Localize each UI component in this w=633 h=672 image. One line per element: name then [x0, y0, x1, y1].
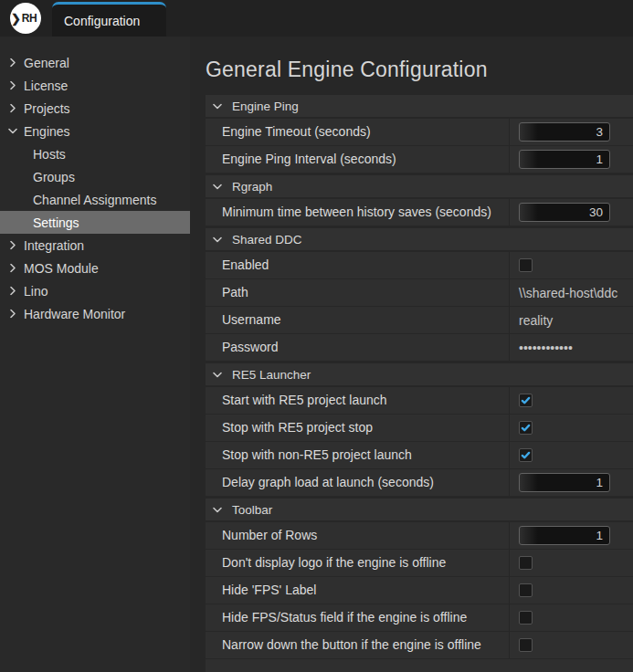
- chevron-down-icon[interactable]: [7, 128, 18, 134]
- config-row: Minimum time between history saves (seco…: [206, 199, 633, 226]
- sidebar-item-hosts[interactable]: Hosts: [0, 142, 190, 165]
- don-t-display-logo-if-the-engine-is-offline-checkbox[interactable]: [519, 556, 533, 570]
- checkmark-icon: [521, 423, 531, 433]
- setting-control-cell: 1: [510, 469, 633, 496]
- config-row: Narrow down the button if the engine is …: [206, 632, 633, 658]
- sidebar-item-integration[interactable]: Integration: [0, 234, 190, 257]
- path-field[interactable]: \\shared-host\ddc: [519, 286, 617, 300]
- input-value: 1: [596, 152, 603, 166]
- sidebar-item-lino[interactable]: Lino: [0, 279, 190, 302]
- chevron-right-icon[interactable]: [7, 59, 18, 66]
- enabled-checkbox[interactable]: [519, 258, 533, 272]
- sidebar-item-label: Integration: [24, 238, 84, 253]
- reality-hub-logo[interactable]: ❯ RH: [10, 3, 41, 34]
- section-header-engine-ping[interactable]: Engine Ping: [206, 95, 633, 117]
- sidebar: GeneralLicenseProjectsEnginesHostsGroups…: [0, 37, 190, 672]
- setting-label: Minimum time between history saves (seco…: [206, 199, 509, 226]
- sidebar-item-general[interactable]: General: [0, 51, 190, 74]
- config-row: Engine Timeout (seconds)3: [206, 119, 633, 145]
- sidebar-item-mos-module[interactable]: MOS Module: [0, 257, 190, 279]
- chevron-right-icon[interactable]: [7, 82, 18, 89]
- config-row: Engine Ping Interval (seconds)1: [206, 146, 633, 173]
- config-row: Start with RE5 project launch: [206, 387, 633, 414]
- chevron-down-icon[interactable]: [213, 103, 226, 110]
- sidebar-item-label: Engines: [24, 124, 70, 139]
- engine-ping-interval-seconds-input[interactable]: 1: [519, 150, 610, 169]
- section-label: Engine Ping: [232, 100, 299, 113]
- chevron-right-icon[interactable]: [7, 265, 18, 271]
- number-of-rows-input[interactable]: 1: [519, 526, 610, 545]
- checkmark-icon: [521, 450, 531, 460]
- sidebar-item-label: Hardware Monitor: [24, 307, 125, 321]
- config-row: Stop with non-RE5 project launch: [206, 442, 633, 468]
- setting-control-cell: \\shared-host\ddc: [510, 279, 633, 306]
- setting-control-cell: [510, 387, 633, 414]
- narrow-down-the-button-if-the-engine-is-offline-checkbox[interactable]: [519, 638, 533, 652]
- chevron-down-icon[interactable]: [213, 184, 226, 190]
- sidebar-item-projects[interactable]: Projects: [0, 97, 190, 120]
- config-row: Path\\shared-host\ddc: [206, 279, 633, 306]
- tab-label: Configuration: [64, 14, 140, 28]
- delay-graph-load-at-launch-seconds-input[interactable]: 1: [519, 473, 610, 492]
- section-header-rgraph[interactable]: Rgraph: [206, 175, 633, 197]
- sidebar-item-settings[interactable]: Settings: [0, 211, 190, 234]
- sidebar-item-label: Settings: [33, 215, 79, 230]
- sidebar-item-label: Lino: [24, 284, 47, 299]
- chevron-down-icon[interactable]: [213, 236, 226, 243]
- sidebar-item-hardware-monitor[interactable]: Hardware Monitor: [0, 302, 190, 325]
- chevron-right-icon[interactable]: [7, 310, 18, 317]
- chevron-right-icon[interactable]: [7, 242, 18, 248]
- start-with-re5-project-launch-checkbox[interactable]: [519, 394, 533, 407]
- sidebar-item-label: Projects: [24, 101, 70, 116]
- sidebar-item-groups[interactable]: Groups: [0, 165, 190, 188]
- config-row: Usernamereality: [206, 307, 633, 333]
- setting-control-cell: ••••••••••••: [510, 334, 633, 361]
- section-header-shared-ddc[interactable]: Shared DDC: [206, 228, 633, 250]
- hide-fps-label-checkbox[interactable]: [519, 583, 533, 597]
- tab-configuration[interactable]: Configuration: [52, 2, 166, 37]
- engine-timeout-seconds-input[interactable]: 3: [519, 122, 610, 142]
- sidebar-item-label: Hosts: [33, 147, 66, 162]
- section-header-re5-launcher[interactable]: RE5 Launcher: [206, 363, 633, 385]
- config-row: Hide 'FPS' Label: [206, 577, 633, 604]
- sidebar-item-engines[interactable]: Engines: [0, 120, 190, 142]
- setting-label: Path: [206, 279, 509, 306]
- setting-label: Start with RE5 project launch: [206, 387, 509, 414]
- hide-fps-status-field-if-the-engine-is-offline-checkbox[interactable]: [519, 611, 533, 625]
- setting-control-cell: [510, 632, 633, 658]
- config-row: Number of Rows1: [206, 522, 633, 549]
- setting-control-cell: [510, 577, 633, 604]
- sidebar-item-channel-assignments[interactable]: Channel Assignments: [0, 188, 190, 211]
- section-label: Toolbar: [232, 503, 272, 517]
- stop-with-non-re5-project-launch-checkbox[interactable]: [519, 448, 533, 462]
- section-header-toolbar[interactable]: Toolbar: [206, 499, 633, 520]
- input-value: 1: [596, 529, 603, 542]
- setting-label: Stop with non-RE5 project launch: [206, 442, 509, 468]
- chevron-right-icon[interactable]: [7, 288, 18, 294]
- stop-with-re5-project-stop-checkbox[interactable]: [519, 421, 533, 435]
- sidebar-item-license[interactable]: License: [0, 74, 190, 97]
- logo-chevron-icon: ❯: [11, 13, 21, 25]
- config-sections: Engine PingEngine Timeout (seconds)3Engi…: [206, 95, 633, 672]
- setting-label: Narrow down the button if the engine is …: [206, 632, 509, 658]
- setting-label: Number of Rows: [206, 522, 509, 549]
- chevron-right-icon[interactable]: [7, 105, 18, 111]
- setting-control-cell: 1: [510, 146, 633, 173]
- username-field[interactable]: reality: [519, 313, 553, 328]
- setting-label: Username: [206, 307, 509, 333]
- setting-control-cell: 3: [510, 119, 633, 145]
- config-row: Enabled: [206, 252, 633, 278]
- minimum-time-between-history-saves-seconds-input[interactable]: 30: [519, 203, 610, 222]
- section-label: Rgraph: [232, 180, 272, 194]
- chevron-down-icon[interactable]: [213, 507, 226, 513]
- input-value: 1: [596, 476, 603, 489]
- checkmark-icon: [521, 395, 531, 405]
- sidebar-item-label: License: [24, 79, 68, 93]
- config-row: Hide FPS/Status field if the engine is o…: [206, 604, 633, 631]
- setting-control-cell: 30: [510, 199, 633, 226]
- password-field[interactable]: ••••••••••••: [519, 341, 573, 355]
- config-row: Stop with RE5 project stop: [206, 415, 633, 441]
- chevron-down-icon[interactable]: [213, 372, 226, 378]
- sidebar-item-label: Groups: [33, 170, 75, 184]
- page-title: General Engine Configuration: [206, 57, 633, 82]
